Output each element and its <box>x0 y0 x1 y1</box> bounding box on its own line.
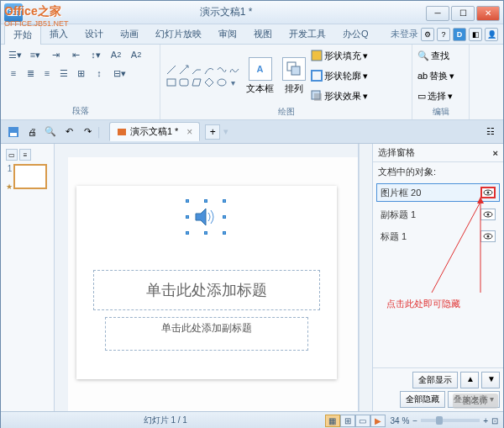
justify-button[interactable]: ☰ <box>56 65 71 82</box>
thumb-tab-outline[interactable]: ≡ <box>19 149 31 161</box>
slide-counter: 幻灯片 1 / 1 <box>6 415 325 426</box>
visibility-toggle[interactable] <box>480 209 496 220</box>
list-item[interactable]: 标题 1 <box>376 227 500 246</box>
hide-all-button[interactable]: 全部隐藏 <box>400 391 445 408</box>
maximize-button[interactable]: ☐ <box>451 6 475 21</box>
help-icon[interactable]: ? <box>437 28 450 41</box>
statusbar: 幻灯片 1 / 1 ▦ ⊞ ▭ ▶ 34 % − + ⊡ <box>1 411 503 428</box>
panel-toggle-button[interactable]: ☷ <box>482 124 499 140</box>
print-button[interactable]: 🖨 <box>24 124 40 140</box>
tab-animation[interactable]: 动画 <box>112 24 147 44</box>
numbering-button[interactable]: ≡▾ <box>26 46 45 63</box>
shape-line-icon[interactable] <box>165 64 177 76</box>
tab-review[interactable]: 审阅 <box>210 24 245 44</box>
slide-editor[interactable]: 单击此处添加标题 单击此处添加副标题 <box>55 144 359 411</box>
increase-indent-button[interactable]: ⇥ <box>46 46 65 63</box>
minimize-button[interactable]: ─ <box>426 6 449 21</box>
shape-para-icon[interactable] <box>191 77 202 88</box>
move-down-button[interactable]: ▼ <box>481 372 500 388</box>
normal-view-button[interactable]: ▦ <box>325 415 340 427</box>
replace-button[interactable]: ab替换▾ <box>417 66 454 85</box>
find-button[interactable]: 🔍查找 <box>417 46 454 65</box>
shape-roundrect-icon[interactable] <box>178 77 190 88</box>
line-spacing-button[interactable]: ↕▾ <box>87 46 105 63</box>
reading-view-button[interactable]: ▭ <box>355 415 370 427</box>
shape-scribble-icon[interactable] <box>228 64 240 76</box>
annotation-text: 点击此处即可隐藏 <box>386 298 460 310</box>
move-up-button[interactable]: ▲ <box>460 372 479 388</box>
new-tab-button[interactable]: + <box>205 124 220 140</box>
tab-office[interactable]: 办公Q <box>334 24 377 44</box>
sorter-view-button[interactable]: ⊞ <box>340 415 355 427</box>
skin-icon[interactable]: ◧ <box>469 28 482 41</box>
ribbon: ☰▾ ≡▾ ⇥ ⇤ ↕▾ A2 A2 ≡ ≣ ≡ ☰ ⊞ ↕ ⊟▾ 段落 <box>1 45 503 120</box>
align-text-button[interactable]: ⊟▾ <box>110 65 129 82</box>
show-all-button[interactable]: 全部显示 <box>412 372 458 388</box>
distribute-button[interactable]: ⊞ <box>73 65 88 82</box>
shape-more-icon[interactable]: ▾ <box>228 77 240 88</box>
text-direction-button[interactable]: ↕ <box>90 65 108 82</box>
arrange-label: 排列 <box>285 82 303 95</box>
bullets-button[interactable]: ☰▾ <box>6 46 24 63</box>
svg-rect-7 <box>312 50 322 61</box>
shape-curved-icon[interactable] <box>203 64 215 76</box>
shape-fill-button[interactable]: 形状填充 ▾ <box>311 46 368 65</box>
subscript-button[interactable]: A2 <box>107 46 125 63</box>
taskpane-close-button[interactable]: × <box>493 148 498 158</box>
list-item-label: 标题 1 <box>381 230 407 243</box>
title-placeholder[interactable]: 单击此处添加标题 <box>93 270 320 310</box>
shape-rect-icon[interactable] <box>165 77 177 88</box>
shape-outline-button[interactable]: 形状轮廓 ▾ <box>311 66 368 85</box>
user-icon[interactable]: 👤 <box>485 28 498 41</box>
tab-slideshow[interactable]: 幻灯片放映 <box>147 24 210 44</box>
align-right-button[interactable]: ≡ <box>39 65 55 82</box>
shape-freeform-icon[interactable] <box>216 64 228 76</box>
save-button[interactable] <box>5 124 22 140</box>
audio-object[interactable] <box>187 201 224 233</box>
slide-thumbnail[interactable] <box>13 164 47 189</box>
svg-rect-10 <box>314 93 322 101</box>
textbox-button[interactable]: A 文本框 <box>243 55 277 97</box>
arrange-button[interactable]: 排列 <box>279 55 309 97</box>
visibility-toggle[interactable] <box>480 187 496 198</box>
shape-arrow-icon[interactable] <box>178 64 190 76</box>
tab-dev[interactable]: 开发工具 <box>281 24 334 44</box>
print-preview-button[interactable]: 🔍 <box>42 124 59 140</box>
document-tab[interactable]: 演示文稿1 * × <box>109 122 200 141</box>
zoom-in-button[interactable]: + <box>483 416 488 425</box>
edit-group-label: 编辑 <box>417 105 464 119</box>
undo-button[interactable]: ↶ <box>60 124 77 140</box>
login-status[interactable]: 未登录 <box>391 28 418 40</box>
zoom-slider[interactable] <box>421 419 480 422</box>
shape-diamond-icon[interactable] <box>203 77 215 88</box>
align-center-button[interactable]: ≣ <box>23 65 38 82</box>
svg-rect-2 <box>180 79 188 86</box>
shape-effect-button[interactable]: 形状效果 ▾ <box>311 87 368 105</box>
zoom-out-button[interactable]: − <box>412 416 417 425</box>
shape-ellipse-icon[interactable] <box>216 77 228 88</box>
list-item[interactable]: 副标题 1 <box>376 205 500 224</box>
tab-design[interactable]: 设计 <box>76 24 112 44</box>
vertical-scrollbar[interactable] <box>359 144 372 411</box>
d-icon[interactable]: D <box>453 28 466 41</box>
animation-indicator-icon: ★ <box>6 182 13 191</box>
zoom-value[interactable]: 34 % <box>391 416 410 425</box>
redo-button[interactable]: ↷ <box>79 124 96 140</box>
list-item[interactable]: 图片框 20 <box>376 183 500 202</box>
tab-view[interactable]: 视图 <box>245 24 281 44</box>
align-left-button[interactable]: ≡ <box>6 65 21 82</box>
thumb-tab-slides[interactable]: ▭ <box>6 149 18 161</box>
select-button[interactable]: ▭选择▾ <box>417 87 454 105</box>
decrease-indent-button[interactable]: ⇤ <box>66 46 85 63</box>
shape-connector-icon[interactable] <box>191 64 202 76</box>
close-button[interactable]: ✕ <box>476 6 500 21</box>
slideshow-view-button[interactable]: ▶ <box>370 415 386 427</box>
document-tab-close[interactable]: × <box>186 126 192 138</box>
settings-icon[interactable]: ⚙ <box>421 28 434 41</box>
superscript-button[interactable]: A2 <box>127 46 145 63</box>
fit-button[interactable]: ⊡ <box>491 416 498 425</box>
replace-icon: ab <box>417 71 428 81</box>
visibility-toggle[interactable] <box>480 230 496 242</box>
watermark-top: Office之家 <box>4 4 61 19</box>
subtitle-placeholder[interactable]: 单击此处添加副标题 <box>105 317 308 351</box>
